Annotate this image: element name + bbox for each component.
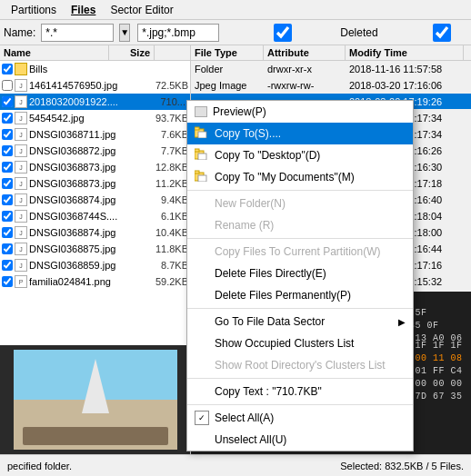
file-name: DNSGI0368859.jpg <box>29 260 147 271</box>
ctx-label: New Folder(N) <box>215 197 286 210</box>
ctx-goto-sector[interactable]: Go To File Data Sector ▶ <box>187 311 413 332</box>
filetype-cell: Jpeg Image <box>191 80 264 91</box>
row-check[interactable] <box>2 178 13 189</box>
deleted-checkbox[interactable] <box>228 24 337 42</box>
file-name: 1461414576950.jpg <box>29 80 147 91</box>
file-size: 93.7KB <box>147 113 188 124</box>
copy-folder2-icon <box>195 148 209 163</box>
file-name: DNSGI0368875.jpg <box>29 243 147 254</box>
file-size: 7.7KB <box>147 145 188 156</box>
filter-input[interactable] <box>137 24 219 42</box>
ctx-show-occupied[interactable]: Show Occupied Clusters List <box>187 332 413 354</box>
row-check[interactable] <box>2 194 13 205</box>
empty-icon6 <box>195 314 209 329</box>
image-icon: J <box>15 177 27 190</box>
file-size: 11.2KB <box>147 178 188 189</box>
folder-icon <box>15 63 27 75</box>
file-name: DNSGI0368711.jpg <box>29 129 147 140</box>
table-row[interactable]: J 5454542.jpg 93.7KB <box>0 110 190 126</box>
image-icon: J <box>15 243 27 255</box>
row-check[interactable] <box>2 260 13 271</box>
row-check[interactable] <box>2 129 13 140</box>
ctx-sep5 <box>187 404 413 405</box>
row-check[interactable] <box>2 113 13 124</box>
ctx-copy-mydocs[interactable]: Copy To "My Documents"(M) <box>187 166 413 188</box>
ctx-sep2 <box>187 238 413 239</box>
image-icon: P <box>15 275 27 288</box>
ctx-rename: Rename (R) <box>187 214 413 236</box>
svg-rect-2 <box>198 132 206 138</box>
col-header-name: Name <box>0 45 109 60</box>
ctx-label: Show Root Directory's Clusters List <box>215 359 386 372</box>
details-row[interactable]: Jpeg Image -rwxrw-rw- 2018-03-20 17:16:0… <box>191 77 471 94</box>
table-row[interactable]: J DNSGI0368873.jpg 12.8KB <box>0 159 190 175</box>
file-size: 12.8KB <box>147 162 188 173</box>
table-row[interactable]: J DNSGI0368872.jpg 7.7KB <box>0 143 190 159</box>
row-check[interactable] <box>2 211 13 222</box>
empty-icon7 <box>195 336 209 351</box>
file-name: 20180320091922.... <box>29 96 147 107</box>
table-row[interactable]: J DNSGI0368744S.... 6.1KB <box>0 208 190 224</box>
ctx-label: Copy To(S).... <box>215 127 281 140</box>
menu-partitions[interactable]: Partitions <box>4 2 64 18</box>
context-menu: Preview(P) Copy To(S).... Copy To "Deskt… <box>186 100 414 451</box>
ctx-label: Go To File Data Sector <box>215 315 325 328</box>
ctx-delete-directly[interactable]: Delete Files Directly(E) <box>187 263 413 284</box>
image-icon: J <box>15 259 27 272</box>
row-check[interactable] <box>2 80 13 91</box>
file-name: 5454542.jpg <box>29 113 147 124</box>
ctx-sep <box>187 190 413 191</box>
row-check[interactable] <box>2 64 13 74</box>
ctx-preview[interactable]: Preview(P) <box>187 101 413 123</box>
row-check[interactable] <box>2 243 13 254</box>
file-size: 9.4KB <box>147 194 188 205</box>
attr-cell: -rwxrw-rw- <box>264 80 346 91</box>
table-row[interactable]: J 20180320091922.... 710.... <box>0 94 190 110</box>
thumb-monument <box>82 359 109 413</box>
attr-cell: drwxr-xr-x <box>264 64 346 74</box>
empty-icon8 <box>195 358 209 372</box>
copy-folder3-icon <box>195 170 209 184</box>
table-row[interactable]: P familia024841.png 59.2KB <box>0 273 190 290</box>
status-bar: pecified folder. Selected: 832.5KB / 5 F… <box>0 454 471 476</box>
svg-rect-7 <box>195 171 199 174</box>
ctx-label: Select All(A) <box>215 412 274 424</box>
row-check[interactable] <box>2 145 13 156</box>
ctx-copy-text[interactable]: Copy Text : "710.7KB" <box>187 381 413 402</box>
file-name: DNSGI0368874.jpg <box>29 194 147 205</box>
details-row[interactable]: Folder drwxr-xr-x 2018-11-16 11:57:58 <box>191 61 471 77</box>
table-row[interactable]: J DNSGI0368859.jpg 8.7KB <box>0 257 190 273</box>
ctx-unselect-all[interactable]: Unselect All(U) <box>187 429 413 451</box>
menu-files[interactable]: Files <box>64 2 103 18</box>
table-row[interactable]: J DNSGI0368874.jpg 9.4KB <box>0 192 190 208</box>
table-row[interactable]: J 1461414576950.jpg 72.5KB <box>0 77 190 94</box>
table-row[interactable]: J DNSGI0368711.jpg 7.6KB <box>0 126 190 143</box>
row-check[interactable] <box>2 96 13 107</box>
ctx-label: Show Occupied Clusters List <box>215 337 354 350</box>
file-name: DNSGI0368872.jpg <box>29 145 147 156</box>
file-list-header: Name Size <box>0 45 190 61</box>
table-row[interactable]: Bills <box>0 61 190 77</box>
normal-checkbox[interactable] <box>387 24 471 42</box>
ctx-copy-to[interactable]: Copy To(S).... <box>187 123 413 144</box>
ctx-label: Copy To "My Documents"(M) <box>215 171 355 183</box>
name-input[interactable] <box>41 24 114 42</box>
filetype-cell: Folder <box>191 64 264 74</box>
row-check[interactable] <box>2 276 13 287</box>
filter-btn[interactable]: ▼ <box>119 24 130 42</box>
table-row[interactable]: J DNSGI0368873.jpg 11.2KB <box>0 175 190 192</box>
preview-icon <box>195 106 207 117</box>
row-check[interactable] <box>2 227 13 238</box>
svg-rect-8 <box>198 175 206 182</box>
ctx-copy-desktop[interactable]: Copy To "Desktop"(D) <box>187 144 413 166</box>
ctx-delete-permanently[interactable]: Delete Files Permanently(P) <box>187 284 413 306</box>
row-check[interactable] <box>2 162 13 173</box>
menu-sector-editor[interactable]: Sector Editor <box>103 2 180 18</box>
file-name: DNSGI0368873.jpg <box>29 178 147 189</box>
table-row[interactable]: J DNSGI0368874.jpg 10.4KB <box>0 224 190 241</box>
ctx-label: Preview(P) <box>213 105 266 118</box>
table-row[interactable]: J DNSGI0368875.jpg 11.8KB <box>0 241 190 257</box>
ctx-select-all[interactable]: ✓ Select All(A) <box>187 407 413 429</box>
ctx-sep4 <box>187 378 413 379</box>
empty-icon4 <box>195 266 209 281</box>
